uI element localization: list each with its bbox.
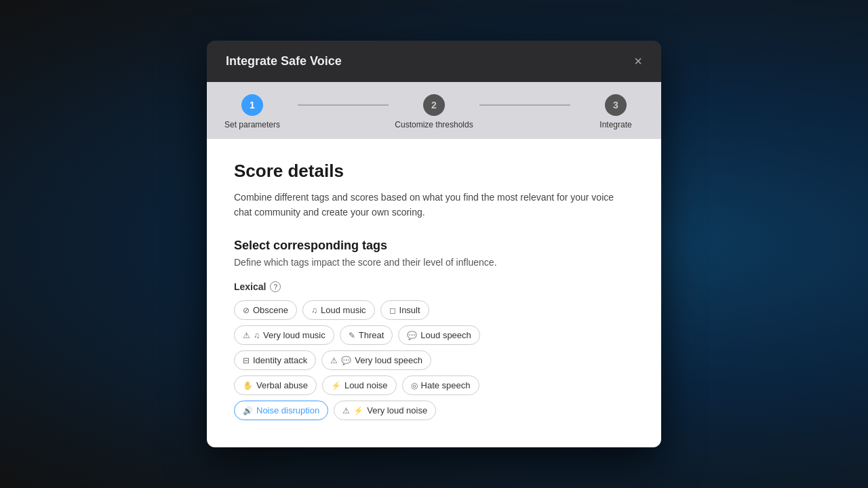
threat-icon: ✎: [349, 331, 355, 340]
tag-very-loud-speech[interactable]: ⚠ 💬 Very loud speech: [321, 350, 431, 370]
loud-music-label: Loud music: [321, 305, 366, 315]
modal-header: Integrate Safe Voice ×: [207, 41, 661, 82]
tag-very-loud-music[interactable]: ⚠ ♫ Very loud music: [234, 325, 334, 345]
very-loud-speech-warn-icon: ⚠: [330, 356, 338, 365]
very-loud-music-music-icon: ♫: [254, 331, 260, 340]
loud-noise-icon: ⚡: [331, 381, 341, 390]
tags-row-3: ⊟ Identity attack ⚠ 💬 Very loud speech: [234, 350, 634, 370]
tags-row-2: ⚠ ♫ Very loud music ✎ Threat 💬 Loud spee…: [234, 325, 634, 345]
obscene-icon: ⊘: [243, 306, 250, 315]
hate-speech-icon: ◎: [411, 381, 418, 390]
insult-icon: ◻: [389, 306, 396, 315]
step-connector-1: [298, 104, 389, 106]
hate-speech-label: Hate speech: [421, 380, 471, 390]
very-loud-music-icon: ⚠: [243, 331, 250, 340]
insult-label: Insult: [399, 305, 420, 315]
identity-attack-label: Identity attack: [253, 355, 307, 365]
tag-threat[interactable]: ✎ Threat: [340, 325, 393, 345]
modal: Integrate Safe Voice × 1 Set parameters …: [207, 41, 661, 448]
tags-row-1: ⊘ Obscene ♫ Loud music ◻ Insult: [234, 300, 634, 320]
threat-label: Threat: [359, 330, 384, 340]
tag-insult[interactable]: ◻ Insult: [380, 300, 429, 320]
loud-music-icon: ♫: [311, 306, 317, 315]
obscene-label: Obscene: [253, 305, 288, 315]
very-loud-speech-chat-icon: 💬: [341, 356, 351, 365]
loud-noise-label: Loud noise: [344, 380, 388, 390]
step-2-label: Customize thresholds: [395, 120, 473, 129]
close-button[interactable]: ×: [634, 54, 642, 68]
tag-loud-noise[interactable]: ⚡ Loud noise: [322, 375, 397, 395]
stepper: 1 Set parameters 2 Customize thresholds …: [207, 82, 661, 139]
tag-noise-disruption[interactable]: 🔊 Noise disruption: [234, 401, 328, 420]
section-title: Score details: [234, 161, 634, 182]
step-1[interactable]: 1 Set parameters: [207, 94, 298, 129]
loud-speech-label: Loud speech: [420, 330, 471, 340]
noise-disruption-icon: 🔊: [243, 406, 253, 415]
step-connector-2: [479, 104, 570, 106]
very-loud-noise-bolt-icon: ⚡: [353, 406, 363, 415]
modal-title: Integrate Safe Voice: [226, 54, 342, 68]
step-1-circle: 1: [241, 94, 263, 116]
very-loud-speech-label: Very loud speech: [355, 355, 422, 365]
verbal-abuse-icon: ✋: [243, 381, 253, 390]
noise-disruption-label: Noise disruption: [256, 405, 319, 415]
tag-loud-speech[interactable]: 💬 Loud speech: [398, 325, 479, 345]
step-3[interactable]: 3 Integrate: [570, 94, 661, 129]
step-1-label: Set parameters: [224, 120, 280, 129]
very-loud-noise-label: Very loud noise: [367, 405, 427, 415]
identity-attack-icon: ⊟: [243, 356, 250, 365]
modal-content: Score details Combine different tags and…: [207, 139, 661, 448]
tags-row-4: ✋ Verbal abuse ⚡ Loud noise ◎ Hate speec…: [234, 375, 634, 395]
very-loud-music-label: Very loud music: [263, 330, 326, 340]
step-3-label: Integrate: [599, 120, 631, 129]
loud-speech-icon: 💬: [407, 331, 417, 340]
section-description: Combine different tags and scores based …: [234, 190, 634, 220]
tag-identity-attack[interactable]: ⊟ Identity attack: [234, 350, 316, 370]
tags-row-5: 🔊 Noise disruption ⚠ ⚡ Very loud noise: [234, 401, 634, 420]
tag-loud-music[interactable]: ♫ Loud music: [302, 300, 374, 320]
subsection-description: Define which tags impact the score and t…: [234, 257, 634, 268]
verbal-abuse-label: Verbal abuse: [256, 380, 308, 390]
tag-obscene[interactable]: ⊘ Obscene: [234, 300, 297, 320]
step-3-circle: 3: [605, 94, 627, 116]
step-2[interactable]: 2 Customize thresholds: [389, 94, 479, 129]
tag-verbal-abuse[interactable]: ✋ Verbal abuse: [234, 375, 317, 395]
help-icon: ?: [270, 281, 281, 292]
step-2-circle: 2: [423, 94, 445, 116]
subsection-title: Select corresponding tags: [234, 239, 634, 253]
tag-very-loud-noise[interactable]: ⚠ ⚡ Very loud noise: [334, 401, 436, 420]
lexical-label: Lexical ?: [234, 281, 634, 292]
very-loud-noise-warn-icon: ⚠: [342, 406, 350, 415]
tag-hate-speech[interactable]: ◎ Hate speech: [402, 375, 479, 395]
